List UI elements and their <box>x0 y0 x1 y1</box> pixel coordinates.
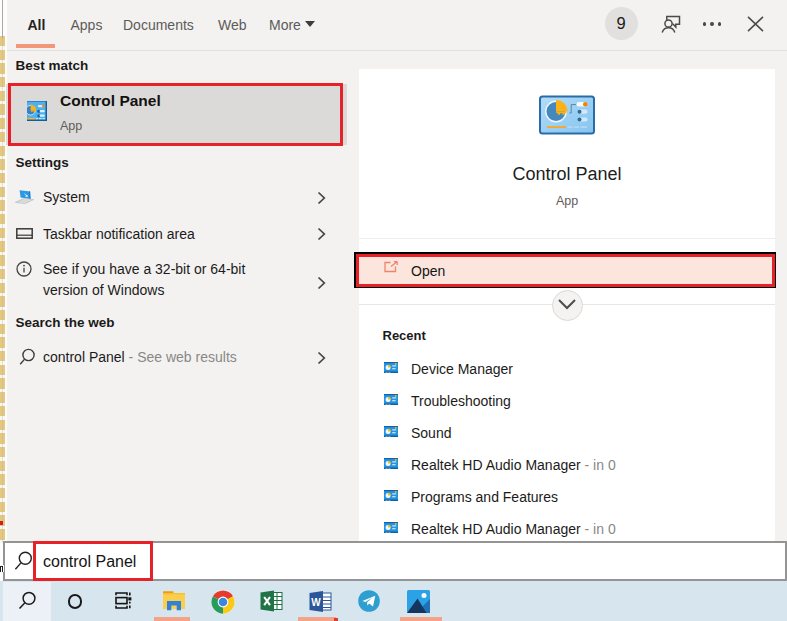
svg-text:W: W <box>311 596 321 607</box>
